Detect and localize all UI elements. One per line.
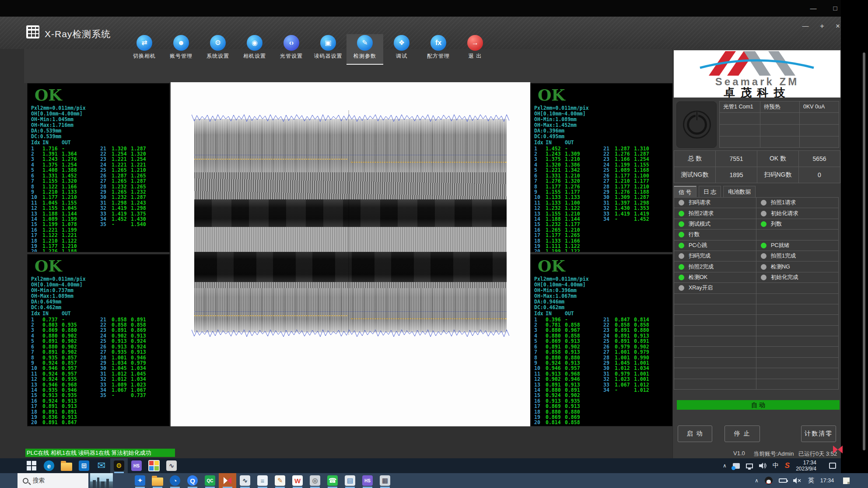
start-button[interactable]: 启 动 <box>678 425 712 442</box>
toolbar-item-tube-settings[interactable]: ‹›光管设置 <box>273 34 310 65</box>
toolbar-item-camera-settings[interactable]: ◉相机设置 <box>236 34 273 65</box>
folder-app[interactable] <box>149 473 166 488</box>
notification-center-icon[interactable] <box>829 463 836 469</box>
measure-row: 301.2321.287 <box>100 195 150 200</box>
ime-indicator[interactable]: 中 <box>773 462 779 470</box>
sogou-input-icon[interactable]: S <box>785 461 790 470</box>
xray-annotation-zigzag-bottom <box>192 328 509 339</box>
sticky-notes-icon[interactable] <box>843 478 850 484</box>
hs-app-2[interactable]: HS <box>359 473 376 488</box>
toolbar-item-label: 切换相机 <box>133 52 156 60</box>
measure-row: 101.1771.210 <box>31 195 81 200</box>
remote-access-icon[interactable] <box>733 463 740 469</box>
toolbar-item-switch-camera[interactable]: ⇄切换相机 <box>126 34 163 65</box>
news-app[interactable]: ▤ <box>341 473 359 488</box>
measure-row: 150.9130.935 <box>31 393 81 398</box>
right-scrollbar[interactable] <box>863 52 865 450</box>
row-index: 23 <box>603 157 615 162</box>
os-minimize-button[interactable]: — <box>806 3 821 14</box>
tiles-app[interactable] <box>145 458 163 473</box>
app-minimize-button[interactable]: — <box>800 22 811 29</box>
row-out-value: 0.902 <box>565 393 584 398</box>
row-index: 5 <box>534 167 546 173</box>
row-index: 25 <box>603 167 615 173</box>
measure-row: 170.8910.913 <box>31 404 81 409</box>
row-index: 3 <box>31 157 42 162</box>
toolbar-item-account-manage[interactable]: ☻账号管理 <box>163 34 200 65</box>
clock2-time[interactable]: 17:34 <box>820 478 834 484</box>
tab-battery-data[interactable]: 电池数据 <box>723 186 756 198</box>
monitor-chart-app[interactable]: ∿ <box>236 473 254 488</box>
recipe-manage-icon: fx <box>430 35 446 51</box>
network-icon[interactable] <box>746 464 753 468</box>
app-maximize-button[interactable]: + <box>816 22 828 31</box>
row-index: 5 <box>31 338 42 344</box>
toolbar-item-debug[interactable]: ❖调试 <box>383 34 420 65</box>
row-in-value: 0.913 <box>112 338 131 344</box>
file-explorer[interactable] <box>58 458 75 473</box>
qq-icon[interactable] <box>765 477 773 485</box>
measure-info-line: DC:0.539mm <box>31 134 169 139</box>
row-in-value: 0.913 <box>42 393 62 398</box>
measure-row: 231.1661.254 <box>603 157 653 162</box>
row-index: 10 <box>31 366 42 371</box>
app-close-button[interactable]: × <box>832 22 844 31</box>
quark-app[interactable]: Q <box>184 473 201 488</box>
device-status-bar: PLC在线 相机1在线 读码器1在线 算法初始化成功 <box>25 449 175 457</box>
tab-signal[interactable]: 信 号 <box>674 186 696 198</box>
tray-expand-icon[interactable]: ∧ <box>723 463 727 469</box>
notes-edit-app[interactable]: ✎ <box>271 473 289 488</box>
col-header: IN <box>546 140 565 146</box>
display-app[interactable]: ▦ <box>376 473 394 488</box>
system-monitor-app[interactable]: ∿ <box>163 458 180 473</box>
browser-app[interactable]: ◔ <box>166 473 184 488</box>
led-on-icon <box>761 243 766 248</box>
taskbar-search-input[interactable]: 搜索 <box>18 473 88 488</box>
row-in-value: 0.891 <box>42 420 62 425</box>
hs-app[interactable]: HS <box>128 458 145 473</box>
wps-app[interactable]: W <box>289 473 306 488</box>
news-weather-widget[interactable] <box>90 473 113 488</box>
row-in-value: 1.122 <box>42 233 62 238</box>
measurement-panel-left-top: OKPxl2mm=0.011mm/pixOH[0.10mm~4.00mm]OH-… <box>27 83 170 252</box>
toolbar-item-scanner-settings[interactable]: ▣读码器设置 <box>310 34 346 65</box>
led-off-icon <box>761 275 766 280</box>
xray-cam-app[interactable]: ⚙ <box>110 458 128 473</box>
stop-button[interactable]: 停 止 <box>724 425 760 442</box>
tube-kv-cell: 0KV 0uA <box>799 101 839 113</box>
mail-app[interactable]: ✉ <box>93 458 110 473</box>
os-maximize-button[interactable]: □ <box>828 3 843 14</box>
seamark-app[interactable] <box>219 473 236 488</box>
auto-mode-button[interactable]: 自 动 <box>677 400 840 410</box>
tray2-expand-icon[interactable]: ∧ <box>755 478 759 484</box>
toolbar-item-system-settings[interactable]: ⚙系统设置 <box>200 34 236 65</box>
toolbar-item-exit[interactable]: →退 出 <box>457 34 494 65</box>
ms-store[interactable]: ⊞ <box>75 458 93 473</box>
edge-browser[interactable]: e <box>40 458 58 473</box>
tab-log[interactable]: 日 志 <box>699 186 721 198</box>
notepad-app[interactable]: ≡ <box>254 473 271 488</box>
row-out-value: 1.320 <box>62 178 81 184</box>
app-titlebar: X-Ray检测系统 ⇄切换相机☻账号管理⚙系统设置◉相机设置‹›光管设置▣读码器… <box>0 17 841 49</box>
battery-icon[interactable] <box>779 478 787 483</box>
count-reset-button[interactable]: 计数清零 <box>801 425 836 442</box>
volume-icon[interactable] <box>759 463 766 469</box>
start-button[interactable] <box>23 458 40 473</box>
signal-label: 拍照2完成 <box>689 263 714 271</box>
bird-app[interactable]: ✦ <box>131 473 149 488</box>
clock[interactable]: 17:34 2023/9/4 <box>796 460 816 472</box>
signal-row-empty <box>674 358 840 368</box>
toolbar-item-inspect-params[interactable]: ✎检测参数 <box>346 34 383 65</box>
signal-cell-empty <box>756 346 839 357</box>
xray-power-button[interactable] <box>676 101 717 148</box>
qc-app[interactable]: QC <box>201 473 219 488</box>
ime2-indicator[interactable]: 英 <box>808 477 814 485</box>
wechat-app[interactable]: ☎ <box>324 473 341 488</box>
net-tool-app[interactable]: ◎ <box>306 473 324 488</box>
xray-image-view[interactable] <box>171 82 530 426</box>
volume-muted-icon[interactable] <box>793 478 802 484</box>
xray-annotation-dots-blue-bottom <box>194 311 507 312</box>
toolbar-item-recipe-manage[interactable]: fx配方管理 <box>420 34 457 65</box>
signal-cell-empty <box>674 336 756 347</box>
seamark-bowtie-icon <box>223 476 232 485</box>
